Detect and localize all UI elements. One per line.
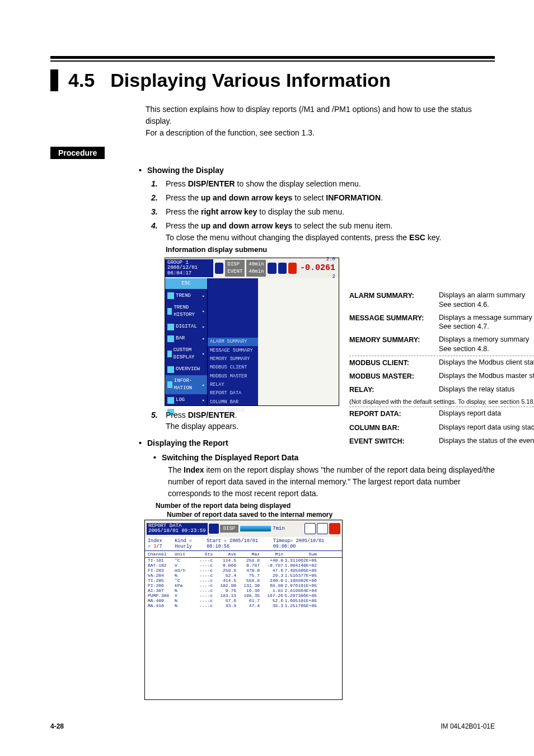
save-icon — [305, 523, 316, 534]
kind-display: Kind = Hourly — [175, 538, 207, 549]
procedure-label: Procedure — [50, 147, 105, 159]
intro-line: This section explains how to display rep… — [146, 104, 495, 127]
main-menu-column: ESC TREND▸ TREND HISTORY▸ DIGITAL▸ BAR▸ … — [165, 278, 208, 405]
report-row: FI-203m3/h----c258.8470.047.67.485805E+0… — [145, 568, 342, 573]
report-row: MA-410%----c43.347.438.31.251705E+05 — [145, 603, 342, 608]
report-body: The Index item on the report display sho… — [168, 464, 495, 500]
submenu-alarm-summary[interactable]: ALARM SUMMARY — [208, 338, 258, 346]
intro-line: For a description of the function, see s… — [146, 127, 495, 139]
submenu-caption: Information display submenu — [166, 245, 495, 255]
report-row: MA-409%----c57.661.752.61.665101E+05 — [145, 598, 342, 603]
submenu-relay[interactable]: RELAY — [208, 380, 258, 389]
menu-esc[interactable]: ESC — [165, 278, 207, 289]
submenu-modbus-master[interactable]: MODBUS MASTER — [208, 372, 258, 380]
step-5: Press DISP/ENTER. The display appears. — [151, 409, 495, 432]
start-display: Start = 2005/10/01 08:10:56 — [207, 538, 273, 549]
report-row: PI-206kPa----c102.90131.3068.802.976161E… — [145, 583, 342, 588]
submenu-memory-summary[interactable]: MEMORY SUMMARY — [208, 354, 258, 363]
menu-custom-display[interactable]: CUSTOM DISPLAY▸ — [165, 344, 207, 363]
submenu-message-summary[interactable]: MESSAGE SUMMARY — [208, 346, 258, 354]
report-row: PUMP-308V----c183.13198.35167.265.297396… — [145, 593, 342, 598]
step-2: Press the up and down arrow keys to sele… — [151, 192, 495, 203]
alert-icon — [329, 523, 340, 534]
status-icon — [215, 263, 223, 274]
progress-bar — [240, 526, 271, 531]
tool-icon — [278, 263, 287, 274]
doc-id: IM 04L42B01-01E — [441, 722, 495, 730]
disp-label: DISP — [220, 525, 239, 533]
alert-icon — [288, 263, 297, 274]
report-row: AI-307%----c9.7516.361.812.819864E+04 — [145, 588, 342, 593]
section-number: 4.5 — [68, 69, 95, 91]
submenu-modbus-client[interactable]: MODBUS CLIENT — [208, 363, 258, 372]
submenu-report-data[interactable]: REPORT DATA — [208, 389, 258, 398]
step-1: Press DISP/ENTER to show the display sel… — [151, 178, 495, 189]
report-row: VA-204%----c52.475.729.31.516377E+05 — [145, 573, 342, 578]
report-row: TI-101°C----c114.5258.8+40.03.311062E+05 — [145, 558, 342, 563]
submenu-column-bar[interactable]: COLUMN BAR — [208, 398, 258, 406]
timeup-display: Timeup= 2005/10/01 09:00:00 — [273, 538, 339, 549]
step-3: Press the right arrow key to display the… — [151, 206, 495, 217]
span-label: 7min — [273, 526, 285, 531]
step-4: Press the up and down arrow keys to sele… — [151, 220, 495, 405]
report-screen: REPORT DATA2005/10/01 09:23:59 DISP 7min… — [144, 520, 343, 700]
report-table-header: ChannelUnitStsAveMaxMinSum — [145, 550, 342, 558]
menu-overview[interactable]: OVERVIEW — [165, 363, 207, 375]
report-row: TI-205°C----c414.5558.8240.01.198802E+06 — [145, 578, 342, 583]
index-display: Index = 3/7 — [148, 538, 175, 549]
menu-log[interactable]: LOG▸ — [165, 394, 207, 406]
page-number: 4-28 — [50, 722, 64, 730]
subhead-switching-data: Switching the Displayed Report Data — [153, 453, 495, 462]
disp-event-label: DISP EVENT — [225, 260, 245, 277]
menu-information[interactable]: INFOR-MATION▸ — [165, 375, 207, 394]
report-caption-2: Number of report data saved to the inter… — [167, 511, 495, 519]
menu-bar[interactable]: BAR▸ — [165, 333, 207, 344]
save-icon — [268, 263, 276, 274]
section-heading: 4.5 Displaying Various Information — [50, 69, 495, 91]
report-row: BAT-102V----c0.0660.787-0.7871.904140E+0… — [145, 563, 342, 568]
section-title: Displaying Various Information — [110, 69, 391, 91]
report-caption-1: Number of the report data being displaye… — [156, 502, 495, 510]
sub-menu-column: ALARM SUMMARY MESSAGE SUMMARY MEMORY SUM… — [208, 278, 258, 405]
relay-note: (Not displayed with the default settings… — [349, 398, 534, 407]
menu-trend[interactable]: TREND▸ — [165, 290, 207, 302]
span-label: 40min40min — [246, 260, 266, 277]
status-icon — [209, 524, 219, 534]
tool-icon — [317, 523, 328, 534]
menu-digital[interactable]: DIGITAL▸ — [165, 321, 207, 333]
submenu-figure: GROUP 12008/12/01 06:04:17 DISP EVENT 40… — [165, 258, 495, 406]
subhead-showing-display: Showing the Display — [139, 166, 495, 175]
menu-trend-history[interactable]: TREND HISTORY▸ — [165, 302, 207, 321]
